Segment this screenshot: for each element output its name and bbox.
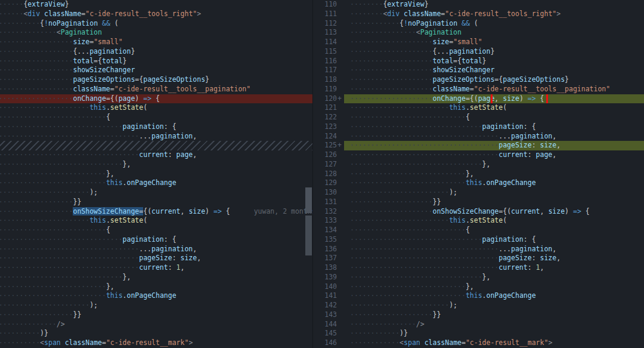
left-diff-row[interactable]: ····················size="small" (0, 38, 312, 47)
left-diff-row[interactable]: ····················onShowSizeChange={(c… (0, 207, 312, 217)
line-number[interactable]: 126 (313, 150, 337, 160)
right-diff-row[interactable]: 110········{extraView} (313, 0, 644, 10)
line-number[interactable]: 140 (313, 282, 337, 292)
code-line[interactable]: ········<div className="c-ide-result__to… (0, 10, 312, 19)
line-number-gutter[interactable]: 127 (313, 160, 344, 170)
code-line[interactable]: ············<span className="c-ide-resul… (344, 338, 644, 348)
line-number[interactable]: 132 (313, 207, 337, 217)
code-line[interactable]: ········<div className="c-ide-result__to… (344, 10, 644, 19)
right-diff-row[interactable]: 112············{!noPagination && ( (313, 19, 644, 29)
line-number-gutter[interactable]: 145 (313, 329, 344, 338)
right-diff-row[interactable]: 128····························}, (313, 170, 644, 179)
line-number[interactable]: 110 (313, 0, 337, 10)
code-line[interactable]: ········{extraView} (344, 0, 644, 10)
code-line[interactable]: ····························this.onPageC… (344, 291, 644, 301)
code-line[interactable]: ····················pageSizeOptions={pag… (344, 75, 644, 85)
right-diff-row[interactable]: 115····················{...pagination} (313, 47, 644, 57)
code-line[interactable]: ································}, (344, 273, 644, 282)
code-line[interactable]: ····························}, (344, 170, 644, 179)
line-number[interactable]: 119 (313, 85, 337, 94)
code-line[interactable]: ····················}} (344, 310, 644, 320)
line-number[interactable]: 135 (313, 235, 337, 245)
right-diff-row[interactable]: 117····················showSizeChanger (313, 66, 644, 75)
line-number[interactable]: 144 (313, 320, 337, 329)
code-line[interactable]: ····························{ (0, 226, 312, 235)
code-line[interactable]: ····························}, (344, 282, 644, 292)
line-number-gutter[interactable]: 129 (313, 178, 344, 188)
left-diff-row[interactable]: ························this.setState( (0, 216, 312, 226)
line-number[interactable]: 134 (313, 226, 337, 235)
code-line[interactable]: ····································...p… (0, 245, 312, 254)
code-line[interactable]: ································}, (0, 273, 312, 282)
code-line[interactable]: ····································...p… (344, 245, 644, 254)
line-number-gutter[interactable]: 111 (313, 10, 344, 19)
code-line[interactable]: ························); (344, 188, 644, 198)
code-line[interactable]: ································}, (344, 160, 644, 170)
left-diff-row[interactable]: ································paginati… (0, 122, 312, 132)
line-number-gutter[interactable]: 131 (313, 198, 344, 207)
left-diff-row[interactable]: ····························this.onPageC… (0, 178, 312, 188)
left-diff-row[interactable]: ························); (0, 188, 312, 198)
right-diff-row[interactable]: 125+····································… (313, 141, 644, 150)
line-number-gutter[interactable]: 116 (313, 57, 344, 66)
line-number-gutter[interactable]: 128 (313, 170, 344, 179)
code-line[interactable]: ····················showSizeChanger (0, 66, 312, 75)
line-number[interactable]: 143 (313, 310, 337, 320)
code-line[interactable]: ····························this.onPageC… (344, 178, 644, 188)
right-diff-row[interactable]: 127································}, (313, 160, 644, 170)
left-diff-row[interactable]: ················<Pagination (0, 28, 312, 38)
line-number-gutter[interactable]: 136 (313, 245, 344, 254)
line-number[interactable]: 121 (313, 103, 337, 113)
line-number[interactable]: 131 (313, 198, 337, 207)
right-diff-row[interactable]: 130························); (313, 188, 644, 198)
code-line[interactable]: ····················onShowSizeChange={(c… (344, 207, 644, 217)
line-number[interactable]: 117 (313, 66, 337, 75)
left-diff-row[interactable]: ············)} (0, 329, 312, 338)
code-line[interactable]: ····················size="small" (344, 38, 644, 47)
left-diff-row[interactable]: ····················}} (0, 198, 312, 207)
right-diff-row[interactable]: 137····································p… (313, 254, 644, 263)
line-number[interactable]: 146 (313, 338, 337, 348)
left-diff-row[interactable]: ····································...p… (0, 132, 312, 141)
right-diff-row[interactable]: 138····································c… (313, 263, 644, 273)
line-number-gutter[interactable]: 123 (313, 122, 344, 132)
line-number[interactable]: 137 (313, 254, 337, 263)
line-number[interactable]: 138 (313, 263, 337, 273)
code-line[interactable]: ····································curr… (344, 150, 644, 160)
code-line[interactable]: ····················onShowSizeChange={(c… (0, 207, 312, 217)
left-diff-row[interactable]: ····································curr… (0, 150, 312, 160)
right-diff-row[interactable]: 120+····················onChange={(page,… (313, 94, 644, 104)
line-number-gutter[interactable]: 125+ (313, 141, 344, 150)
line-number-gutter[interactable]: 114 (313, 38, 344, 47)
code-line[interactable]: ········{extraView} (0, 0, 312, 10)
line-number[interactable]: 141 (313, 291, 337, 301)
left-diff-row[interactable]: ········<div className="c-ide-result__to… (0, 10, 312, 19)
left-diff-row[interactable]: ····················pageSizeOptions={pag… (0, 75, 312, 85)
left-diff-row[interactable]: ····························}, (0, 170, 312, 179)
code-line[interactable]: ····················showSizeChanger (344, 66, 644, 75)
left-diff-row[interactable]: ····················onChange={(page) => … (0, 94, 312, 104)
code-line[interactable]: ····················}} (0, 198, 312, 207)
line-number[interactable]: 116 (313, 57, 337, 66)
line-number-gutter[interactable]: 119 (313, 85, 344, 94)
code-line[interactable]: ····················onChange={(page, siz… (344, 94, 644, 104)
left-diff-row[interactable]: ············<span className="c-ide-resul… (0, 338, 312, 348)
scrollbar-thumb[interactable] (305, 215, 312, 255)
left-diff-row[interactable]: ····························}, (0, 282, 312, 292)
code-line[interactable]: ················<Pagination (344, 28, 644, 38)
line-number-gutter[interactable]: 134 (313, 226, 344, 235)
left-diff-row[interactable]: ····················className="c-ide-res… (0, 85, 312, 94)
line-number[interactable]: 133 (313, 216, 337, 226)
code-line[interactable]: ····································curr… (0, 150, 312, 160)
code-line[interactable]: ························this.setState( (344, 103, 644, 113)
code-line[interactable]: ············{!noPagination && ( (0, 19, 312, 29)
line-number-gutter[interactable]: 130 (313, 188, 344, 198)
right-diff-row[interactable]: 122····························{ (313, 113, 644, 122)
code-line[interactable]: ····················total={total} (0, 57, 312, 66)
line-number[interactable]: 111 (313, 10, 337, 19)
code-line[interactable]: ····································curr… (344, 263, 644, 273)
line-number[interactable]: 118 (313, 75, 337, 85)
line-number[interactable]: 123 (313, 122, 337, 132)
right-diff-row[interactable]: 114····················size="small" (313, 38, 644, 47)
code-line[interactable]: ····························{ (0, 113, 312, 122)
